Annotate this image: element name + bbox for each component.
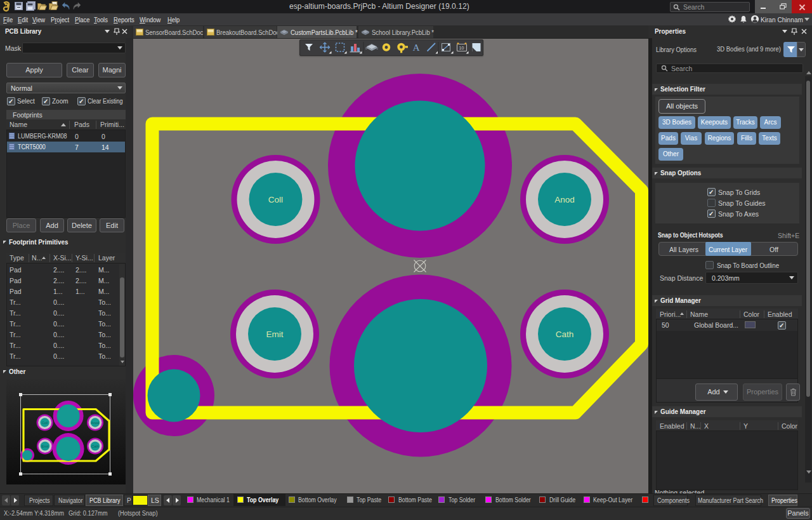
- svg-text:A: A: [413, 42, 421, 53]
- svg-text:Anod: Anod: [554, 195, 575, 204]
- svg-text:Coll: Coll: [268, 195, 283, 204]
- svg-text:Anod: Anod: [91, 421, 100, 425]
- svg-text:Cath: Cath: [556, 330, 574, 339]
- svg-text:Emit: Emit: [42, 444, 49, 448]
- svg-text:10: 10: [459, 46, 464, 50]
- svg-text:Cath: Cath: [91, 444, 99, 448]
- svg-text:Emit: Emit: [266, 330, 284, 339]
- svg-text:Coll: Coll: [42, 421, 48, 425]
